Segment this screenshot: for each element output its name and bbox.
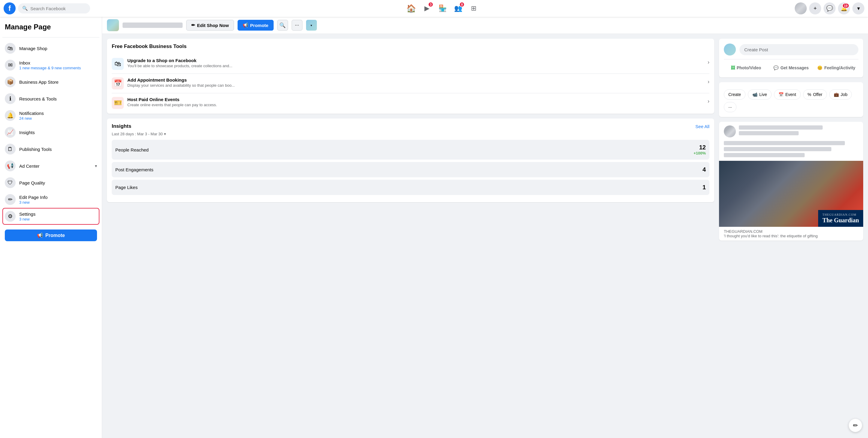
- insights-post-engagements-row: Post Engagements 4: [112, 162, 709, 177]
- user-avatar[interactable]: [795, 2, 807, 14]
- offer-post-type-button[interactable]: % Offer: [803, 90, 827, 100]
- header-search-button[interactable]: 🔍: [277, 20, 288, 31]
- nav-groups-button[interactable]: 👥 8: [451, 1, 465, 15]
- event-post-type-button[interactable]: 📅 Event: [774, 90, 801, 100]
- header-search-icon: 🔍: [279, 22, 286, 29]
- sidebar-item-insights[interactable]: 📈 Insights: [2, 124, 99, 141]
- more-icon: ···: [728, 105, 732, 109]
- feeling-activity-button[interactable]: 😊 Feeling/Activity: [814, 63, 858, 73]
- sidebar-item-ad-center[interactable]: 📢 Ad Center ▾: [2, 158, 99, 174]
- create-post-avatar: [724, 43, 736, 56]
- nav-home-button[interactable]: 🏠: [404, 1, 418, 15]
- promote-button[interactable]: 📢 Promote: [238, 20, 274, 31]
- sidebar-item-manage-shop[interactable]: 🛍 Manage Shop: [2, 40, 99, 57]
- gaming-icon: ⊞: [471, 4, 476, 12]
- events-tool-icon: 🎫: [112, 97, 124, 109]
- topnav-center: 🏠 ▶ 3 🏪 👥 8 ⊞: [93, 1, 792, 15]
- insights-people-reached-row: People Reached 12 +100%: [112, 140, 709, 160]
- sidebar-item-business-app-store[interactable]: 📦 Business App Store: [2, 73, 99, 90]
- feed-post-author: [739, 125, 823, 130]
- resources-tools-icon: ℹ: [5, 93, 16, 104]
- header-page-avatar-sm[interactable]: ▾: [306, 20, 317, 31]
- right-column: Create Post 🖼 Photo/Video 💬 Get Messages: [719, 39, 863, 241]
- compose-icon: ✏: [853, 422, 858, 429]
- feed-post-content-blurred: [719, 141, 863, 161]
- job-icon: 💼: [834, 92, 839, 97]
- manage-shop-icon: 🛍: [5, 43, 16, 54]
- create-post-type-button[interactable]: Create: [724, 90, 745, 100]
- video-badge: 3: [428, 2, 433, 7]
- edit-page-info-icon: ✏: [5, 194, 16, 205]
- search-input[interactable]: [30, 6, 86, 11]
- facebook-logo[interactable]: f: [4, 2, 16, 14]
- sidebar-item-page-quality[interactable]: 🛡 Page Quality: [2, 174, 99, 191]
- sidebar-item-publishing-tools[interactable]: 🗒 Publishing Tools: [2, 141, 99, 158]
- sidebar-promote-button[interactable]: 📢 Promote: [5, 230, 97, 241]
- promote-icon: 📢: [243, 23, 248, 28]
- sidebar-item-notifications[interactable]: 🔔 Notifications 24 new: [2, 107, 99, 124]
- messenger-button[interactable]: 💬: [824, 2, 836, 14]
- feeling-activity-icon: 😊: [817, 65, 823, 70]
- home-icon: 🏠: [406, 4, 416, 13]
- sidebar: Manage Page 🛍 Manage Shop ✉ Inbox 1 new …: [0, 17, 102, 438]
- insights-date-range: Last 28 days : Mar 3 - Mar 30 ▾: [112, 132, 709, 136]
- topnav: f 🔍 🏠 ▶ 3 🏪 👥 8 ⊞ + 💬 🔔: [0, 0, 868, 17]
- left-column: Free Facebook Business Tools 🛍 Upgrade t…: [107, 39, 714, 202]
- tool-item-appointments[interactable]: 📅 Add Appointment Bookings Display your …: [112, 74, 709, 93]
- create-post-input[interactable]: Create Post: [740, 44, 858, 55]
- inbox-icon: ✉: [5, 60, 16, 70]
- promote-sidebar-icon: 📢: [37, 233, 43, 238]
- sidebar-divider: [2, 37, 99, 37]
- insights-icon: 📈: [5, 127, 16, 138]
- insights-page-likes-row: Page Likes 1: [112, 180, 709, 195]
- sidebar-item-resources-tools[interactable]: ℹ Resources & Tools: [2, 90, 99, 107]
- topnav-right: + 💬 🔔 19 ▾: [795, 2, 864, 14]
- shop-tool-icon: 🛍: [112, 58, 124, 70]
- nav-gaming-button[interactable]: ⊞: [466, 1, 481, 15]
- live-post-type-button[interactable]: 📹 Live: [748, 90, 772, 100]
- business-tools-title: Free Facebook Business Tools: [112, 43, 709, 49]
- page-name-blurred: [123, 23, 183, 28]
- appointments-tool-chevron: ›: [708, 78, 709, 85]
- insights-card: Insights See All Last 28 days : Mar 3 - …: [107, 119, 714, 202]
- photo-video-button[interactable]: 🖼 Photo/Video: [724, 63, 768, 73]
- tool-item-events[interactable]: 🎫 Host Paid Online Events Create online …: [112, 93, 709, 109]
- feed-post-image: THEGUARDIAN.COM The Guardian: [719, 161, 863, 227]
- sidebar-item-settings[interactable]: ⚙ Settings 3 new ➜: [2, 208, 99, 225]
- sidebar-item-inbox[interactable]: ✉ Inbox 1 new message & 9 new comments: [2, 57, 99, 73]
- see-all-insights-button[interactable]: See All: [695, 124, 709, 129]
- account-menu-button[interactable]: ▾: [852, 2, 864, 14]
- search-icon: 🔍: [22, 6, 28, 11]
- appointments-tool-icon: 📅: [112, 77, 124, 90]
- header-more-button[interactable]: ···: [292, 20, 303, 31]
- publishing-tools-icon: 🗒: [5, 144, 16, 155]
- nav-video-button[interactable]: ▶ 3: [420, 1, 434, 15]
- more-post-type-button[interactable]: ···: [724, 102, 737, 112]
- plus-button[interactable]: +: [809, 2, 821, 14]
- plus-icon: +: [814, 5, 817, 12]
- messenger-icon: 💬: [826, 5, 833, 12]
- search-bar[interactable]: 🔍: [18, 3, 90, 13]
- get-messages-button[interactable]: 💬 Get Messages: [769, 63, 813, 73]
- sidebar-title: Manage Page: [2, 22, 99, 35]
- groups-badge: 8: [459, 2, 465, 7]
- job-post-type-button[interactable]: 💼 Job: [829, 90, 852, 100]
- page-header-bar: ✏ Edit Shop Now 📢 Promote 🔍 ··· ▾: [102, 17, 868, 34]
- tool-item-shop[interactable]: 🛍 Upgrade to a Shop on Facebook You'll b…: [112, 54, 709, 74]
- business-app-store-icon: 📦: [5, 76, 16, 87]
- insights-card-title: Insights: [112, 123, 131, 129]
- edit-shop-button[interactable]: ✏ Edit Shop Now: [186, 20, 234, 31]
- shop-tool-chevron: ›: [708, 59, 709, 65]
- get-messages-icon: 💬: [773, 65, 778, 70]
- feed-post-avatar: [724, 125, 736, 137]
- floating-compose-button[interactable]: ✏: [849, 419, 862, 432]
- sidebar-item-edit-page-info[interactable]: ✏ Edit Page Info 3 new: [2, 191, 99, 208]
- marketplace-icon: 🏪: [438, 4, 446, 12]
- live-icon: 📹: [752, 92, 757, 97]
- nav-marketplace-button[interactable]: 🏪: [435, 1, 450, 15]
- post-types-card: Create 📹 Live 📅 Event % Offer: [719, 82, 863, 117]
- notifications-button[interactable]: 🔔 19: [838, 2, 850, 14]
- date-dropdown-icon: ▾: [164, 132, 166, 136]
- photo-video-icon: 🖼: [731, 65, 735, 70]
- offer-icon: %: [808, 92, 811, 97]
